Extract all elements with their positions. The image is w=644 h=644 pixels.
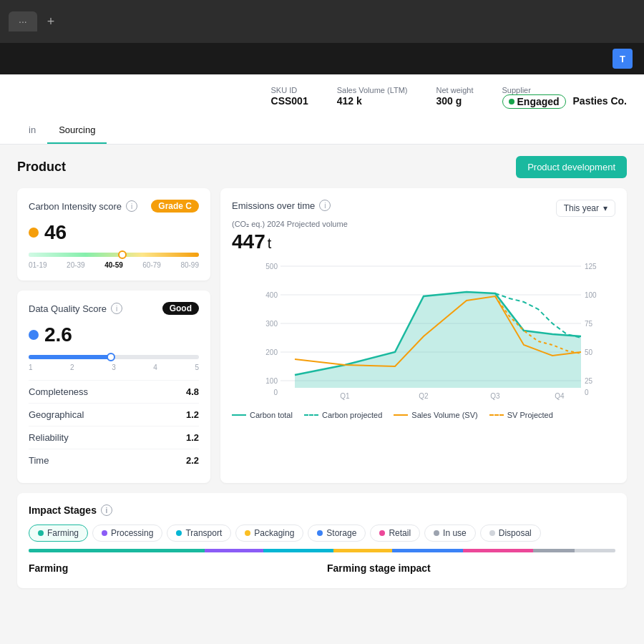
sales-volume-line-icon [394, 414, 408, 416]
stage-pill-transport[interactable]: Transport [167, 525, 231, 542]
tab-in[interactable]: in [17, 117, 47, 144]
svg-text:75: 75 [585, 320, 593, 328]
emissions-svg-chart: 500 400 300 200 100 0 125 100 75 50 25 0… [232, 259, 615, 402]
legend-sales-volume: Sales Volume (SV) [394, 411, 477, 419]
stage-pill-in-use[interactable]: In use [424, 525, 476, 542]
legend-carbon-projected: Carbon projected [304, 411, 382, 419]
sales-volume-value: 412 k [337, 95, 362, 107]
svg-text:400: 400 [265, 291, 278, 299]
year-selector[interactable]: This year ▾ [556, 200, 615, 217]
svg-text:0: 0 [273, 389, 278, 396]
supplier-badge: Engaged [502, 94, 566, 109]
page-body: Product Product development Carbon Inten… [0, 145, 644, 644]
carbon-projected-line-icon [304, 414, 318, 416]
chart-info-icon[interactable]: i [319, 200, 331, 211]
bottom-section: Farming Farming stage impact [29, 562, 615, 577]
packaging-dot-icon [245, 530, 250, 536]
carbon-range-bar [29, 253, 199, 257]
avatar[interactable]: T [613, 49, 633, 69]
stage-pill-packaging[interactable]: Packaging [235, 525, 303, 542]
cards-row: Carbon Intensity score i Grade C 46 01-1… [17, 188, 627, 483]
stage-pill-disposal[interactable]: Disposal [480, 525, 541, 542]
sv-projected-line-icon [489, 414, 504, 416]
left-cards: Carbon Intensity score i Grade C 46 01-1… [17, 188, 210, 483]
sales-volume-label: Sales Volume (LTM) [337, 86, 408, 94]
chart-main-value: 447t [232, 230, 615, 253]
bottom-left: Farming [29, 562, 317, 577]
dq-range-bar [29, 355, 199, 359]
dq-score-value: 2.6 [29, 323, 199, 346]
transport-dot-icon [176, 530, 182, 536]
stage-pill-retail[interactable]: Retail [370, 525, 420, 542]
dq-row-completeness: Completeness 4.8 [29, 380, 199, 403]
bar-farming [29, 549, 205, 552]
retail-dot-icon [379, 530, 385, 536]
impact-stages-section: Impact Stages i Farming Processing Trans… [17, 493, 627, 588]
svg-text:300: 300 [265, 320, 278, 328]
chart-title: Emissions over time i [232, 200, 331, 211]
bar-retail [463, 549, 533, 552]
bar-packaging [333, 549, 392, 552]
impact-stages-title: Impact Stages i [29, 504, 615, 516]
sku-id-label: SKU ID [271, 86, 308, 94]
supplier-status-dot [509, 99, 514, 104]
legend-carbon-total: Carbon total [232, 411, 293, 419]
nav-tabs: in Sourcing [17, 117, 627, 144]
bar-in-use [533, 549, 574, 552]
processing-dot-icon [102, 530, 107, 536]
carbon-range-marker [118, 250, 127, 259]
new-tab-button[interactable]: + [42, 11, 61, 32]
svg-text:Q2: Q2 [419, 392, 429, 400]
dq-range-marker [107, 353, 115, 361]
stage-pills: Farming Processing Transport Packaging S… [29, 525, 615, 542]
svg-text:50: 50 [585, 348, 593, 356]
in-use-dot-icon [434, 530, 439, 536]
bottom-right-label: Farming stage impact [327, 562, 615, 574]
supplier-label: Supplier [502, 86, 628, 94]
bar-transport [263, 549, 333, 552]
chart-header: Emissions over time i This year ▾ [232, 200, 615, 217]
dq-rows: Completeness 4.8 Geographical 1.2 Reliab… [29, 380, 199, 472]
svg-text:Q4: Q4 [555, 392, 565, 400]
svg-text:200: 200 [265, 348, 278, 356]
stage-color-bar [29, 549, 615, 552]
sku-id-value: CSS001 [271, 95, 308, 107]
stage-pill-processing[interactable]: Processing [92, 525, 162, 542]
svg-text:500: 500 [265, 263, 278, 270]
stage-pill-storage[interactable]: Storage [308, 525, 366, 542]
dq-score-title: Data Quality Score i Good [29, 302, 199, 315]
svg-text:100: 100 [265, 377, 278, 385]
farming-dot-icon [38, 530, 44, 536]
impact-info-icon[interactable]: i [101, 504, 112, 516]
supplier-meta: Supplier Engaged Pasties Co. [502, 86, 628, 109]
tab-sourcing[interactable]: Sourcing [47, 117, 107, 144]
section-header: Product Product development [17, 156, 627, 178]
net-weight-value: 300 g [436, 95, 462, 107]
svg-text:Q3: Q3 [490, 392, 500, 400]
bottom-right: Farming stage impact [327, 562, 615, 577]
tab-bar: ··· + [9, 11, 60, 32]
carbon-score-value: 46 [29, 221, 199, 244]
chart-legend: Carbon total Carbon projected Sales Volu… [232, 411, 615, 419]
net-weight-meta: Net weight 300 g [436, 86, 474, 109]
dq-row-geographical: Geographical 1.2 [29, 403, 199, 426]
dq-dot-icon [29, 330, 39, 340]
dq-row-reliability: Reliability 1.2 [29, 426, 199, 449]
main-content: SKU ID CSS001 Sales Volume (LTM) 412 k N… [0, 74, 644, 644]
stage-pill-farming[interactable]: Farming [29, 525, 88, 542]
net-weight-label: Net weight [436, 86, 474, 94]
bar-disposal [575, 549, 615, 552]
dq-info-icon[interactable]: i [111, 303, 122, 314]
chevron-down-icon: ▾ [603, 203, 608, 213]
browser-tab[interactable]: ··· [9, 11, 37, 31]
product-development-button[interactable]: Product development [516, 156, 627, 178]
product-header: SKU ID CSS001 Sales Volume (LTM) 412 k N… [0, 74, 644, 145]
svg-text:Q1: Q1 [340, 392, 350, 400]
carbon-total-line-icon [232, 414, 246, 416]
carbon-info-icon[interactable]: i [126, 200, 137, 212]
dq-range-labels: 1 2 3 4 5 [29, 364, 199, 371]
carbon-range-labels: 01-19 20-39 40-59 60-79 80-99 [29, 261, 199, 269]
storage-dot-icon [317, 530, 323, 536]
carbon-score-title: Carbon Intensity score i Grade C [29, 200, 199, 213]
good-badge: Good [162, 302, 199, 315]
